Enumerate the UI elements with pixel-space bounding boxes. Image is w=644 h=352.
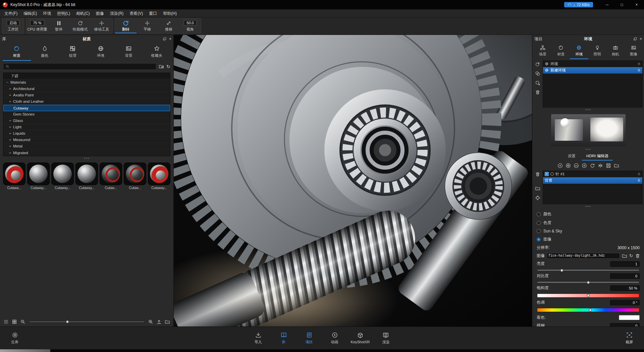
zoom-in-icon[interactable] xyxy=(148,319,153,324)
minimize-button[interactable] xyxy=(600,0,614,9)
material-thumbnail[interactable]: Cutaway... xyxy=(75,163,98,190)
splitter-grip[interactable] xyxy=(0,156,173,161)
blur-value[interactable]: 0 xyxy=(610,323,640,327)
lock-icon[interactable] xyxy=(637,172,641,176)
contrast-slider[interactable] xyxy=(537,282,639,283)
library-tab-colors[interactable]: 颜色 xyxy=(31,44,59,61)
saturation-value[interactable]: 50 % xyxy=(610,285,640,291)
project-tab-image[interactable]: 图像 xyxy=(625,44,643,59)
menu-camera[interactable]: 相机(C) xyxy=(73,9,93,17)
tree-row[interactable]: 下载 xyxy=(3,73,170,79)
material-folder-icon[interactable] xyxy=(159,64,164,69)
search-input[interactable] xyxy=(11,64,154,69)
library-tab-environments[interactable]: 环境 xyxy=(87,44,115,61)
move-pin-icon[interactable] xyxy=(582,163,587,168)
flip-hdri-icon[interactable] xyxy=(598,163,603,168)
save-hdri-icon[interactable] xyxy=(606,163,611,168)
menu-view[interactable]: 查看(V) xyxy=(126,9,146,17)
source-option-color[interactable]: 颜色 xyxy=(537,211,640,217)
tree-row[interactable]: Gem Stones xyxy=(3,111,170,118)
lock-icon[interactable] xyxy=(637,62,641,65)
search-box[interactable] xyxy=(3,63,156,70)
subtab-hdri-editor[interactable]: HDRI 编辑器 xyxy=(582,152,613,161)
close-panel-icon[interactable] xyxy=(640,37,642,41)
saturation-handle[interactable] xyxy=(587,294,590,297)
tree-row[interactable]: +Light xyxy=(3,124,170,130)
lock-icon[interactable] xyxy=(637,179,641,182)
menu-image[interactable]: 图像 xyxy=(93,9,107,17)
contrast-handle[interactable] xyxy=(587,281,590,284)
pin-visibility-checkbox[interactable] xyxy=(545,172,549,176)
undock-panel-icon[interactable] xyxy=(163,37,167,41)
menu-file[interactable]: 文件(F) xyxy=(1,9,20,17)
open-folder-icon[interactable] xyxy=(165,319,170,324)
thumbnail-size-slider[interactable] xyxy=(30,321,144,322)
upload-icon[interactable] xyxy=(156,319,162,324)
menu-render[interactable]: 渲染(R) xyxy=(107,9,127,17)
dock-library-button[interactable]: 库 xyxy=(274,332,293,345)
project-tab-lighting[interactable]: 照明 xyxy=(588,44,606,59)
material-thumbnail[interactable]: Cutawa... xyxy=(3,163,25,190)
project-tab-material[interactable]: 材质 xyxy=(552,44,570,59)
pin-row-selected[interactable]: 背景 xyxy=(543,177,642,184)
lock-icon[interactable] xyxy=(637,69,641,72)
subtab-settings[interactable]: 设置 xyxy=(564,152,580,161)
environment-row-selected[interactable]: 新建环境 xyxy=(543,67,642,74)
project-tab-environment[interactable]: 环境 xyxy=(570,44,588,59)
sun-pin-icon[interactable] xyxy=(566,163,571,168)
cpu-usage-value[interactable]: 75 % xyxy=(30,20,44,26)
dock-keyshotxr-button[interactable]: KeyShotXR xyxy=(351,332,370,344)
dock-project-button[interactable]: 项目 xyxy=(300,332,319,345)
fov-control[interactable]: 50.0 视角 xyxy=(179,18,201,33)
saturation-slider[interactable] xyxy=(537,294,639,297)
pan-tool-button[interactable]: 平移 xyxy=(137,18,158,33)
performance-mode-button[interactable]: 性能模式 xyxy=(69,18,91,33)
environment-row[interactable]: 环境 xyxy=(543,61,642,67)
tree-row[interactable]: +Axalta Paint xyxy=(3,92,170,98)
rotate-hdri-icon[interactable] xyxy=(590,163,595,168)
tree-row-selected[interactable]: Cutaway xyxy=(3,105,170,111)
hue-value[interactable]: 0 ° xyxy=(610,300,640,305)
material-thumbnail[interactable]: Cutaw... xyxy=(124,163,146,190)
menu-environment[interactable]: 环境 xyxy=(40,9,54,17)
refresh-library-icon[interactable] xyxy=(166,64,170,69)
duplicate-environment-icon[interactable] xyxy=(535,71,540,76)
delete-environment-icon[interactable] xyxy=(535,90,540,95)
hue-handle[interactable] xyxy=(589,309,592,312)
tree-row[interactable]: −Materials xyxy=(3,79,170,86)
pin-row[interactable]: 针 #1 xyxy=(543,171,642,177)
tree-row[interactable]: +Glass xyxy=(3,118,170,124)
source-option-chroma[interactable]: 色度 xyxy=(537,220,640,226)
import-environment-icon[interactable] xyxy=(535,80,540,86)
library-tab-textures[interactable]: 纹理 xyxy=(59,44,87,61)
pause-button[interactable]: 暂停 xyxy=(48,18,69,33)
startup-workspace-value[interactable]: 启动 xyxy=(7,20,19,26)
tree-row[interactable]: +Liquids xyxy=(3,130,170,137)
library-tab-favorites[interactable]: 收藏夹 xyxy=(143,44,171,61)
splitter-grip[interactable] xyxy=(532,107,644,112)
material-thumbnail[interactable]: Cutaway... xyxy=(27,163,50,190)
library-tab-materials[interactable]: 材质 xyxy=(3,44,31,61)
brightness-handle[interactable] xyxy=(560,269,563,272)
fov-value[interactable]: 50.0 xyxy=(184,20,196,26)
screenshot-button[interactable]: 截屏 xyxy=(620,332,639,345)
maximize-button[interactable] xyxy=(614,0,629,9)
dock-render-button[interactable]: 渲染 xyxy=(376,332,395,345)
menu-lighting[interactable]: 照明(L) xyxy=(54,9,73,17)
cpu-usage-control[interactable]: 75 % CPU 使用量 xyxy=(26,18,48,33)
open-folder-icon[interactable] xyxy=(535,186,540,191)
material-thumbnail[interactable]: Cutaw... xyxy=(100,163,122,190)
thumbnail-size-handle[interactable] xyxy=(66,320,69,323)
target-icon[interactable] xyxy=(535,195,540,201)
hue-slider[interactable] xyxy=(537,308,639,312)
image-pin-icon[interactable] xyxy=(574,163,579,168)
add-environment-icon[interactable] xyxy=(535,61,540,67)
source-option-image[interactable]: 图像 xyxy=(537,236,640,242)
contrast-value[interactable]: 0 xyxy=(610,273,640,279)
dock-animation-button[interactable]: 动画 xyxy=(325,332,344,345)
dock-import-button[interactable]: 导入 xyxy=(249,332,268,345)
list-view-icon[interactable] xyxy=(3,319,9,324)
tint-color-swatch[interactable] xyxy=(619,315,640,320)
network-speed-badge[interactable]: 72 KB/s xyxy=(564,2,593,7)
menu-help[interactable]: 帮助(H) xyxy=(160,9,180,17)
